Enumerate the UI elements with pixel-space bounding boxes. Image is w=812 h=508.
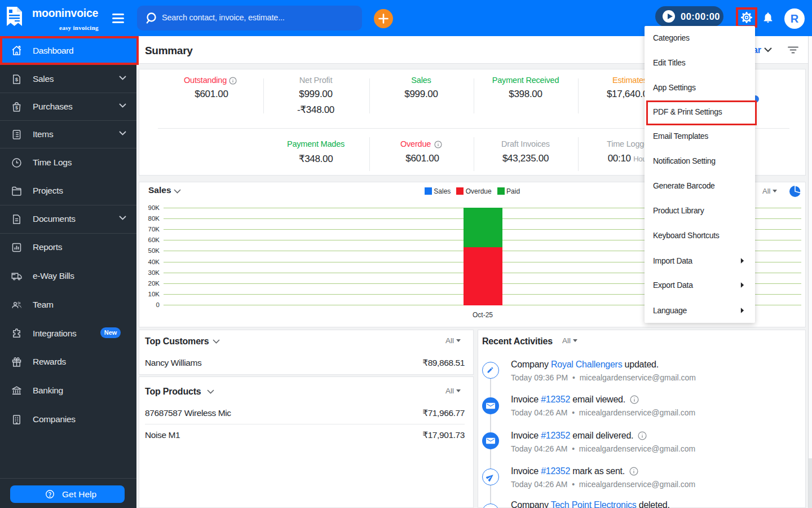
- svg-text:$: $: [15, 76, 19, 82]
- svg-text:$: $: [15, 105, 18, 111]
